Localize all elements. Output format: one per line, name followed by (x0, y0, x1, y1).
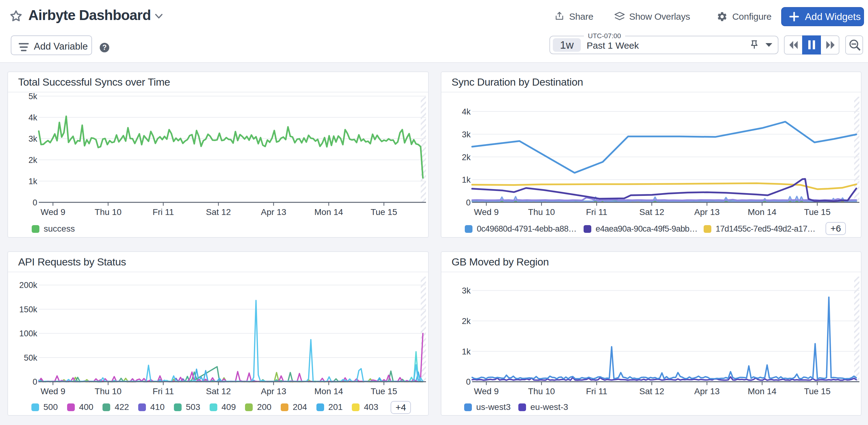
svg-text:Fri 11: Fri 11 (586, 387, 608, 396)
svg-text:Sat 12: Sat 12 (639, 387, 664, 396)
svg-text:Wed 9: Wed 9 (474, 387, 499, 396)
svg-text:0: 0 (33, 377, 37, 387)
svg-text:Apr 13: Apr 13 (261, 387, 286, 396)
svg-text:1k: 1k (462, 347, 471, 356)
svg-text:Sat 12: Sat 12 (206, 387, 231, 396)
svg-text:150k: 150k (19, 305, 37, 314)
svg-text:Apr 13: Apr 13 (694, 387, 720, 396)
svg-text:Fri 11: Fri 11 (153, 207, 174, 217)
svg-text:Fri 11: Fri 11 (153, 387, 174, 396)
svg-text:Tue 15: Tue 15 (371, 387, 397, 396)
svg-text:Fri 11: Fri 11 (586, 207, 608, 217)
svg-text:Thu 10: Thu 10 (528, 387, 555, 396)
svg-text:0: 0 (33, 198, 37, 207)
svg-text:Thu 10: Thu 10 (95, 207, 122, 217)
svg-text:Sat 12: Sat 12 (206, 207, 231, 217)
svg-text:0: 0 (466, 377, 471, 387)
svg-text:Tue 15: Tue 15 (804, 207, 831, 217)
svg-text:2k: 2k (462, 316, 471, 326)
svg-text:4k: 4k (28, 113, 37, 122)
svg-text:3k: 3k (28, 134, 37, 144)
svg-text:200k: 200k (19, 280, 37, 290)
svg-text:Thu 10: Thu 10 (95, 387, 122, 396)
svg-text:Tue 15: Tue 15 (804, 387, 831, 396)
svg-text:Mon 14: Mon 14 (748, 387, 776, 396)
svg-text:100k: 100k (19, 329, 37, 338)
svg-text:1k: 1k (28, 177, 37, 186)
svg-text:1k: 1k (462, 175, 471, 184)
svg-text:2k: 2k (462, 153, 471, 162)
svg-text:Apr 13: Apr 13 (694, 207, 720, 217)
svg-text:0: 0 (466, 198, 471, 207)
svg-text:Sat 12: Sat 12 (639, 207, 664, 217)
svg-text:4k: 4k (462, 107, 471, 116)
svg-text:Tue 15: Tue 15 (371, 207, 397, 217)
svg-text:50k: 50k (24, 353, 37, 363)
svg-text:Wed 9: Wed 9 (41, 207, 65, 217)
svg-text:5k: 5k (28, 92, 37, 101)
svg-text:Wed 9: Wed 9 (474, 207, 499, 217)
svg-text:Wed 9: Wed 9 (41, 387, 65, 396)
svg-text:Apr 13: Apr 13 (261, 207, 286, 217)
svg-text:Thu 10: Thu 10 (528, 207, 555, 217)
svg-text:3k: 3k (462, 286, 471, 295)
svg-text:Mon 14: Mon 14 (314, 387, 343, 396)
svg-text:2k: 2k (28, 155, 37, 165)
svg-text:3k: 3k (462, 130, 471, 139)
svg-text:Mon 14: Mon 14 (748, 207, 776, 217)
svg-text:Mon 14: Mon 14 (314, 207, 343, 217)
